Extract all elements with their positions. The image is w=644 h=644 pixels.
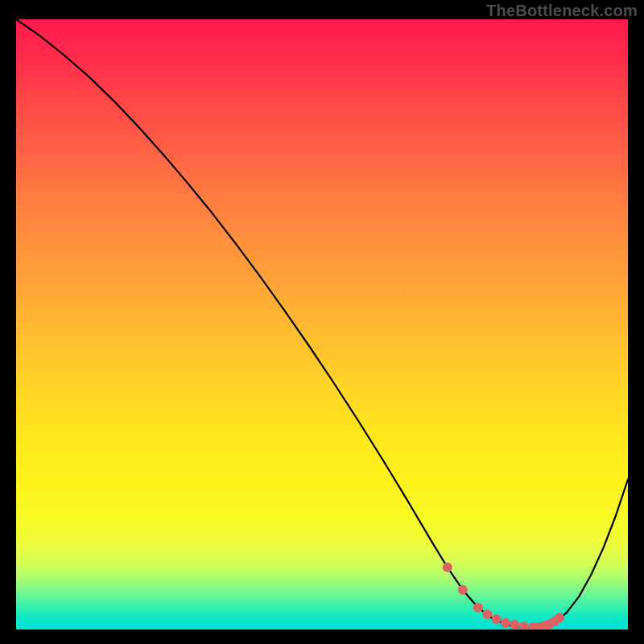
marker-dot [510, 620, 519, 630]
marker-dot [555, 613, 564, 623]
curve-svg [16, 19, 628, 630]
highlight-markers [443, 563, 564, 630]
bottleneck-curve [16, 19, 628, 628]
marker-dot [519, 621, 529, 630]
marker-dot [492, 614, 502, 624]
marker-dot [473, 603, 483, 613]
marker-dot [458, 585, 468, 595]
marker-dot [482, 609, 492, 619]
marker-dot [443, 563, 452, 572]
plot-area [16, 19, 628, 630]
watermark-label: TheBottleneck.com [486, 2, 638, 20]
chart-container: TheBottleneck.com [0, 0, 644, 644]
marker-dot [501, 618, 510, 628]
